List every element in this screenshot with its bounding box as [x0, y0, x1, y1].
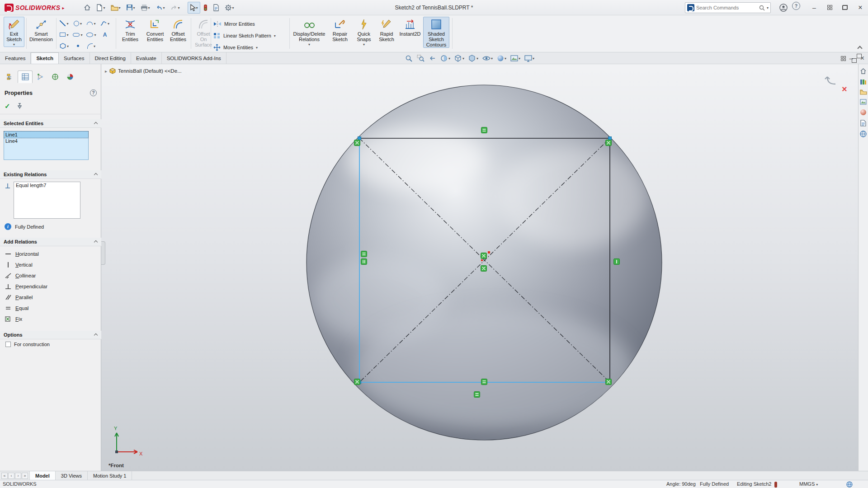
horizontal-relation-button[interactable]: Horizontal	[3, 249, 93, 259]
relation-item[interactable]: Equal length7	[14, 182, 80, 188]
instant2d-button[interactable]: Instant2D	[399, 17, 421, 37]
search-dropdown-icon[interactable]	[767, 5, 769, 10]
trim-entities-button[interactable]: Trim Entities	[118, 17, 142, 42]
solidworks-forum-icon[interactable]	[860, 131, 867, 137]
window-layout-button[interactable]	[822, 0, 837, 15]
list-item[interactable]: Line4	[4, 138, 88, 144]
polygon-tool[interactable]	[58, 40, 71, 52]
line-tool[interactable]	[58, 18, 71, 29]
section-view-dropdown-icon[interactable]	[448, 56, 450, 61]
scroll-left-button[interactable]	[8, 473, 14, 479]
appearances-icon[interactable]	[860, 109, 867, 116]
appearance-dropdown-icon[interactable]	[505, 56, 506, 61]
panel-splitter-handle[interactable]	[101, 241, 105, 265]
selected-entities-section-header[interactable]: Selected Entities	[0, 119, 101, 128]
add-relations-section-header[interactable]: Add Relations	[0, 238, 101, 246]
coincident-relation-badge[interactable]	[354, 379, 360, 385]
for-construction-checkbox[interactable]	[5, 342, 11, 347]
convert-entities-button[interactable]: Convert Entities	[144, 17, 166, 42]
fillet-tool[interactable]	[85, 40, 98, 52]
breadcrumb-label[interactable]: TennisBall (Default) <<De...	[118, 68, 182, 74]
view-settings-button[interactable]	[523, 55, 536, 62]
point-tool[interactable]	[71, 40, 84, 52]
flyout-tree-arrow-icon[interactable]	[105, 68, 107, 74]
equal-relation-badge[interactable]	[481, 379, 487, 385]
select-dropdown-icon[interactable]	[196, 5, 198, 10]
edit-appearance-button[interactable]	[495, 54, 508, 62]
options-section-header[interactable]: Options	[0, 331, 101, 339]
perpendicular-relation-button[interactable]: Perpendicular	[3, 281, 93, 291]
equal-relation-button[interactable]: Equal	[3, 303, 93, 313]
offset-entities-button[interactable]: Offset Entities	[167, 17, 189, 42]
collapse-section-icon[interactable]	[94, 240, 98, 244]
redo-dropdown-icon[interactable]	[178, 5, 180, 10]
minimize-button[interactable]	[807, 0, 822, 15]
breadcrumb[interactable]: TennisBall (Default) <<De...	[105, 68, 182, 74]
vertical-relation-badge[interactable]	[614, 259, 620, 265]
propertymanager-tab[interactable]	[18, 70, 33, 83]
options-button[interactable]	[222, 2, 236, 14]
existing-relations-section-header[interactable]: Existing Relations	[0, 170, 101, 179]
task-pane-resources-icon[interactable]	[860, 68, 867, 75]
shaded-sketch-contours-button[interactable]: Shaded Sketch Contours	[423, 17, 449, 48]
custom-properties-icon[interactable]	[860, 120, 867, 127]
selected-entities-list[interactable]: Line1 Line4	[4, 131, 89, 160]
parallel-relation-button[interactable]: Parallel	[3, 292, 93, 302]
close-button[interactable]	[853, 0, 868, 15]
apply-scene-button[interactable]	[509, 55, 522, 62]
design-library-icon[interactable]	[860, 79, 867, 85]
cancel-sketch-icon[interactable]	[842, 84, 847, 94]
tab-model[interactable]: Model	[30, 471, 56, 480]
hide-show-items-button[interactable]	[481, 55, 494, 62]
tab-motion-study[interactable]: Motion Study 1	[88, 471, 132, 480]
collinear-relation-button[interactable]: Collinear	[3, 270, 93, 281]
save-button[interactable]	[124, 2, 137, 14]
circle-tool[interactable]	[71, 18, 84, 29]
print-button[interactable]	[138, 2, 152, 14]
quick-snaps-button[interactable]: Quick Snaps	[354, 17, 374, 47]
scroll-right-button[interactable]	[15, 473, 21, 479]
dimxpertmanager-tab[interactable]	[47, 70, 62, 83]
previous-view-button[interactable]	[427, 54, 438, 63]
linear-sketch-pattern-button[interactable]: Linear Sketch Pattern	[213, 31, 278, 41]
solidworks-logo[interactable]: SOLIDWORKS	[0, 4, 69, 12]
undo-button[interactable]	[153, 2, 167, 14]
vertical-relation-badge[interactable]	[361, 259, 367, 265]
repair-sketch-button[interactable]: Repair Sketch	[328, 17, 352, 42]
restore-button[interactable]	[837, 0, 853, 15]
rapid-sketch-button[interactable]: Rapid Sketch	[376, 17, 397, 42]
rebuild-button[interactable]	[201, 2, 210, 14]
home-button[interactable]	[81, 2, 93, 14]
intersection-relation-badge[interactable]	[481, 253, 487, 259]
list-item[interactable]: Line1	[4, 131, 88, 138]
user-account-icon[interactable]	[778, 2, 789, 14]
display-style-dropdown-icon[interactable]	[476, 56, 478, 61]
hide-show-dropdown-icon[interactable]	[491, 56, 493, 61]
scroll-first-button[interactable]	[1, 473, 8, 479]
search-icon[interactable]	[759, 5, 765, 11]
zoom-fit-button[interactable]	[404, 54, 414, 63]
linear-pattern-dropdown-icon[interactable]	[274, 33, 276, 38]
rectangle-tool[interactable]	[58, 29, 71, 40]
mirror-entities-button[interactable]: Mirror Entities	[213, 19, 255, 29]
options-dropdown-icon[interactable]	[232, 5, 234, 10]
origin-point[interactable]	[488, 251, 490, 253]
quick-snaps-dropdown-icon[interactable]	[363, 42, 365, 47]
smart-dimension-button[interactable]: Smart Dimension	[28, 17, 54, 42]
pin-icon[interactable]	[17, 103, 23, 109]
file-menu-chevron-icon[interactable]	[62, 5, 64, 10]
view-settings-dropdown-icon[interactable]	[533, 56, 534, 61]
file-explorer-icon[interactable]	[860, 89, 867, 95]
vertical-relation-button[interactable]: Vertical	[3, 259, 93, 270]
view-orientation-button[interactable]	[453, 54, 466, 63]
tab-evaluate[interactable]: Evaluate	[131, 52, 162, 64]
tab-addins[interactable]: SOLIDWORKS Add-Ins	[162, 52, 226, 64]
viewport-layout-icon[interactable]	[841, 56, 846, 61]
ok-button[interactable]	[5, 102, 10, 110]
tab-features[interactable]: Features	[0, 52, 31, 64]
coincident-relation-badge[interactable]	[354, 140, 360, 146]
tab-surfaces[interactable]: Surfaces	[59, 52, 90, 64]
ribbon-collapse-icon[interactable]	[858, 45, 862, 49]
print-dropdown-icon[interactable]	[148, 5, 150, 10]
units-dropdown-icon[interactable]	[816, 481, 818, 487]
